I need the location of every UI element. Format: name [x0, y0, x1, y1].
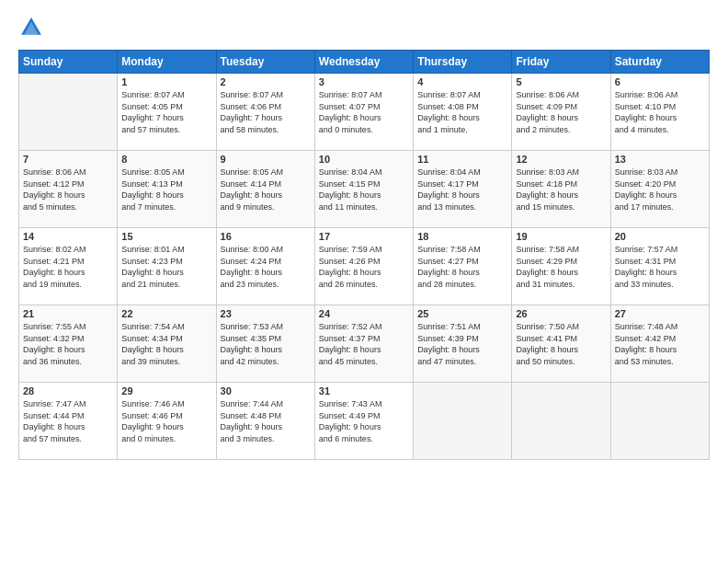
calendar-table: SundayMondayTuesdayWednesdayThursdayFrid… [18, 50, 710, 460]
calendar-cell: 26Sunrise: 7:50 AM Sunset: 4:41 PM Dayli… [512, 305, 610, 383]
day-number: 31 [319, 385, 409, 396]
calendar-cell: 16Sunrise: 8:00 AM Sunset: 4:24 PM Dayli… [216, 228, 314, 305]
day-info: Sunrise: 7:59 AM Sunset: 4:26 PM Dayligh… [319, 244, 409, 290]
day-number: 25 [417, 308, 507, 319]
weekday-header-thursday: Thursday [414, 51, 512, 74]
day-number: 28 [23, 385, 113, 396]
day-number: 13 [615, 154, 705, 165]
calendar-cell: 22Sunrise: 7:54 AM Sunset: 4:34 PM Dayli… [118, 305, 216, 383]
weekday-header-saturday: Saturday [610, 51, 709, 74]
day-info: Sunrise: 7:52 AM Sunset: 4:37 PM Dayligh… [319, 321, 409, 367]
day-info: Sunrise: 7:46 AM Sunset: 4:46 PM Dayligh… [121, 398, 211, 444]
day-info: Sunrise: 8:01 AM Sunset: 4:23 PM Dayligh… [121, 244, 211, 290]
calendar-cell: 20Sunrise: 7:57 AM Sunset: 4:31 PM Dayli… [610, 228, 709, 305]
day-info: Sunrise: 8:03 AM Sunset: 4:18 PM Dayligh… [516, 167, 606, 213]
day-number: 7 [23, 154, 113, 165]
weekday-header-monday: Monday [118, 51, 216, 74]
day-info: Sunrise: 7:57 AM Sunset: 4:31 PM Dayligh… [615, 244, 705, 290]
day-number: 22 [121, 308, 211, 319]
day-info: Sunrise: 7:50 AM Sunset: 4:41 PM Dayligh… [516, 321, 606, 367]
calendar-cell: 23Sunrise: 7:53 AM Sunset: 4:35 PM Dayli… [216, 305, 314, 383]
calendar-cell: 13Sunrise: 8:03 AM Sunset: 4:20 PM Dayli… [610, 151, 709, 228]
day-info: Sunrise: 7:53 AM Sunset: 4:35 PM Dayligh… [221, 321, 311, 367]
day-number: 11 [417, 154, 507, 165]
calendar-cell: 24Sunrise: 7:52 AM Sunset: 4:37 PM Dayli… [314, 305, 413, 383]
calendar-cell: 7Sunrise: 8:06 AM Sunset: 4:12 PM Daylig… [19, 151, 118, 228]
day-info: Sunrise: 8:05 AM Sunset: 4:13 PM Dayligh… [121, 167, 211, 213]
day-number: 29 [121, 385, 211, 396]
calendar-cell: 29Sunrise: 7:46 AM Sunset: 4:46 PM Dayli… [118, 383, 216, 460]
calendar-body: 1Sunrise: 8:07 AM Sunset: 4:05 PM Daylig… [19, 74, 710, 460]
day-info: Sunrise: 8:07 AM Sunset: 4:08 PM Dayligh… [417, 89, 507, 135]
day-info: Sunrise: 8:07 AM Sunset: 4:05 PM Dayligh… [121, 89, 211, 135]
week-row-2: 7Sunrise: 8:06 AM Sunset: 4:12 PM Daylig… [19, 151, 710, 228]
calendar-cell: 28Sunrise: 7:47 AM Sunset: 4:44 PM Dayli… [19, 383, 118, 460]
day-number: 14 [23, 231, 113, 242]
calendar-cell: 8Sunrise: 8:05 AM Sunset: 4:13 PM Daylig… [118, 151, 216, 228]
day-info: Sunrise: 7:55 AM Sunset: 4:32 PM Dayligh… [23, 321, 113, 367]
calendar-cell: 10Sunrise: 8:04 AM Sunset: 4:15 PM Dayli… [314, 151, 413, 228]
day-number: 8 [121, 154, 211, 165]
calendar-cell: 9Sunrise: 8:05 AM Sunset: 4:14 PM Daylig… [216, 151, 314, 228]
day-number: 10 [319, 154, 409, 165]
logo-icon [18, 15, 44, 40]
week-row-3: 14Sunrise: 8:02 AM Sunset: 4:21 PM Dayli… [19, 228, 710, 305]
weekday-header-tuesday: Tuesday [216, 51, 314, 74]
day-info: Sunrise: 7:44 AM Sunset: 4:48 PM Dayligh… [221, 398, 311, 444]
day-info: Sunrise: 8:04 AM Sunset: 4:17 PM Dayligh… [417, 167, 507, 213]
calendar-cell: 15Sunrise: 8:01 AM Sunset: 4:23 PM Dayli… [118, 228, 216, 305]
day-number: 24 [319, 308, 409, 319]
day-info: Sunrise: 8:07 AM Sunset: 4:07 PM Dayligh… [319, 89, 409, 135]
week-row-4: 21Sunrise: 7:55 AM Sunset: 4:32 PM Dayli… [19, 305, 710, 383]
calendar-cell: 18Sunrise: 7:58 AM Sunset: 4:27 PM Dayli… [414, 228, 512, 305]
page: SundayMondayTuesdayWednesdayThursdayFrid… [0, 0, 728, 563]
day-number: 19 [516, 231, 606, 242]
calendar-cell: 12Sunrise: 8:03 AM Sunset: 4:18 PM Dayli… [512, 151, 610, 228]
calendar-cell: 4Sunrise: 8:07 AM Sunset: 4:08 PM Daylig… [414, 74, 512, 151]
calendar-cell: 14Sunrise: 8:02 AM Sunset: 4:21 PM Dayli… [19, 228, 118, 305]
calendar-cell [512, 383, 610, 460]
calendar-cell: 21Sunrise: 7:55 AM Sunset: 4:32 PM Dayli… [19, 305, 118, 383]
calendar-cell: 2Sunrise: 8:07 AM Sunset: 4:06 PM Daylig… [216, 74, 314, 151]
day-number: 21 [23, 308, 113, 319]
day-info: Sunrise: 7:58 AM Sunset: 4:29 PM Dayligh… [516, 244, 606, 290]
day-number: 20 [615, 231, 705, 242]
header [18, 15, 710, 40]
day-info: Sunrise: 7:48 AM Sunset: 4:42 PM Dayligh… [615, 321, 705, 367]
day-info: Sunrise: 7:54 AM Sunset: 4:34 PM Dayligh… [121, 321, 211, 367]
day-number: 30 [221, 385, 311, 396]
day-number: 5 [516, 76, 606, 87]
day-info: Sunrise: 7:51 AM Sunset: 4:39 PM Dayligh… [417, 321, 507, 367]
day-info: Sunrise: 8:04 AM Sunset: 4:15 PM Dayligh… [319, 167, 409, 213]
calendar-cell [19, 74, 118, 151]
day-number: 15 [121, 231, 211, 242]
calendar-cell: 19Sunrise: 7:58 AM Sunset: 4:29 PM Dayli… [512, 228, 610, 305]
day-number: 16 [221, 231, 311, 242]
day-number: 18 [417, 231, 507, 242]
day-number: 23 [221, 308, 311, 319]
day-info: Sunrise: 8:00 AM Sunset: 4:24 PM Dayligh… [221, 244, 311, 290]
calendar-cell: 25Sunrise: 7:51 AM Sunset: 4:39 PM Dayli… [414, 305, 512, 383]
day-info: Sunrise: 8:06 AM Sunset: 4:10 PM Dayligh… [615, 89, 705, 135]
calendar-cell: 6Sunrise: 8:06 AM Sunset: 4:10 PM Daylig… [610, 74, 709, 151]
calendar-cell [414, 383, 512, 460]
calendar-cell: 1Sunrise: 8:07 AM Sunset: 4:05 PM Daylig… [118, 74, 216, 151]
day-number: 4 [417, 76, 507, 87]
weekday-header-wednesday: Wednesday [314, 51, 413, 74]
day-info: Sunrise: 7:43 AM Sunset: 4:49 PM Dayligh… [319, 398, 409, 444]
day-number: 26 [516, 308, 606, 319]
day-number: 6 [615, 76, 705, 87]
calendar-cell [610, 383, 709, 460]
calendar-cell: 31Sunrise: 7:43 AM Sunset: 4:49 PM Dayli… [314, 383, 413, 460]
calendar-header: SundayMondayTuesdayWednesdayThursdayFrid… [19, 51, 710, 74]
calendar-cell: 3Sunrise: 8:07 AM Sunset: 4:07 PM Daylig… [314, 74, 413, 151]
day-info: Sunrise: 7:47 AM Sunset: 4:44 PM Dayligh… [23, 398, 113, 444]
day-number: 2 [221, 76, 311, 87]
day-info: Sunrise: 8:06 AM Sunset: 4:12 PM Dayligh… [23, 167, 113, 213]
day-number: 27 [615, 308, 705, 319]
calendar-cell: 30Sunrise: 7:44 AM Sunset: 4:48 PM Dayli… [216, 383, 314, 460]
weekday-header-sunday: Sunday [19, 51, 118, 74]
calendar-cell: 5Sunrise: 8:06 AM Sunset: 4:09 PM Daylig… [512, 74, 610, 151]
day-number: 9 [221, 154, 311, 165]
calendar-cell: 17Sunrise: 7:59 AM Sunset: 4:26 PM Dayli… [314, 228, 413, 305]
